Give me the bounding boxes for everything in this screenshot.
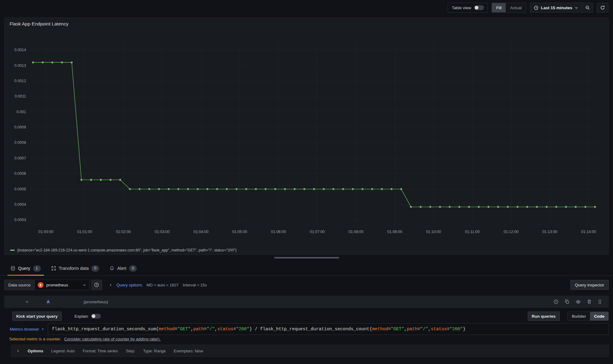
time-series-panel: Flask App Endpoint Latency 0.00140.00130… xyxy=(4,17,609,255)
prometheus-logo-icon xyxy=(38,282,44,288)
svg-text:01:04:00: 01:04:00 xyxy=(193,230,209,234)
bell-icon xyxy=(109,266,114,271)
table-view-toggle[interactable] xyxy=(474,5,484,10)
kick-start-query-button[interactable]: Kick start your query xyxy=(12,312,62,321)
options-label[interactable]: Options xyxy=(28,349,43,353)
tab-alert-count: 0 xyxy=(129,265,137,272)
query-toolbar: Kick start your query Explain Run querie… xyxy=(12,311,609,321)
toggle-knob xyxy=(475,6,478,10)
drag-handle-icon[interactable] xyxy=(598,299,602,304)
explain-control: Explain xyxy=(75,314,101,319)
actual-button[interactable]: Actual xyxy=(506,3,526,12)
chevron-right-icon[interactable] xyxy=(109,283,112,287)
svg-text:0.0009: 0.0009 xyxy=(14,125,26,129)
chart-svg: 0.00140.00130.00120.00110.0010.00090.000… xyxy=(7,30,607,245)
explain-toggle[interactable] xyxy=(91,314,101,319)
query-toolbar-right: Run queries Builder Code xyxy=(528,312,609,321)
zoom-out-icon xyxy=(585,5,590,10)
query-options-summary: Query options MD = auto = 1827 Interval … xyxy=(109,283,207,287)
svg-text:01:05:00: 01:05:00 xyxy=(232,230,247,234)
duplicate-query-icon[interactable] xyxy=(565,299,569,304)
metrics-browser-label: Metrics browser xyxy=(10,327,39,331)
refresh-icon xyxy=(600,5,605,10)
query-options-link[interactable]: Query options xyxy=(117,283,142,287)
svg-text:0.001: 0.001 xyxy=(17,110,26,114)
options-exemplars: Exemplars: false xyxy=(174,349,203,353)
builder-code-group: Builder Code xyxy=(568,312,609,321)
counter-warning: Selected metric is a counter. Consider c… xyxy=(9,337,609,341)
query-help-icon[interactable]: ? xyxy=(554,299,558,304)
collapse-chevron-icon[interactable] xyxy=(25,300,29,304)
interval-value: Interval = 15s xyxy=(183,283,207,287)
svg-text:0.0007: 0.0007 xyxy=(14,156,26,160)
zoom-out-button[interactable] xyxy=(582,3,593,12)
database-icon xyxy=(10,266,15,271)
chevron-right-icon xyxy=(41,328,44,331)
chevron-down-icon xyxy=(575,6,578,10)
fill-button[interactable]: Fill xyxy=(492,3,506,12)
promql-query-input[interactable]: flask_http_request_duration_seconds_sum{… xyxy=(48,323,609,335)
fill-actual-group: Fill Actual xyxy=(492,3,526,13)
svg-text:01:02:00: 01:02:00 xyxy=(116,230,131,234)
svg-text:01:10:00: 01:10:00 xyxy=(426,230,441,234)
builder-mode-button[interactable]: Builder xyxy=(568,312,590,320)
panel-title: Flask App Endpoint Latency xyxy=(5,18,608,27)
svg-text:01:07:00: 01:07:00 xyxy=(310,230,325,234)
time-range-label: Last 15 minutes xyxy=(541,6,572,10)
options-format: Format: Time series xyxy=(83,349,118,353)
query-options-bar: Options Legend: Auto Format: Time series… xyxy=(11,345,609,357)
add-rate-hint-link[interactable]: Consider calculating rate of counter by … xyxy=(64,337,160,341)
explain-label: Explain xyxy=(75,314,88,319)
options-chevron-right-icon[interactable] xyxy=(16,349,20,353)
time-range-picker[interactable]: Last 15 minutes xyxy=(530,3,582,12)
tab-transform-data[interactable]: Transform data 0 xyxy=(47,261,104,275)
svg-text:0.0012: 0.0012 xyxy=(14,79,26,83)
query-row-header: A (prometheus) ? xyxy=(4,296,609,308)
time-series-chart: 0.00140.00130.00120.00110.0010.00090.000… xyxy=(7,30,607,245)
options-legend: Legend: Auto xyxy=(51,349,75,353)
editor-tabs: Query 1 Transform data 0 Alert 0 xyxy=(0,261,613,276)
legend-series-marker xyxy=(10,250,15,251)
delete-query-trash-icon[interactable] xyxy=(587,299,592,304)
datasource-picker[interactable]: prometheus xyxy=(34,280,90,290)
tab-query-count: 1 xyxy=(33,265,41,272)
options-type: Type: Range xyxy=(143,349,166,353)
query-ref-id[interactable]: A xyxy=(47,299,50,304)
query-datasource-hint: (prometheus) xyxy=(83,300,108,304)
tab-query[interactable]: Query 1 xyxy=(6,261,45,275)
tab-alert[interactable]: Alert 0 xyxy=(105,261,141,275)
time-range-group: Last 15 minutes xyxy=(530,3,593,13)
datasource-label: Data source xyxy=(4,280,34,290)
svg-text:0.0013: 0.0013 xyxy=(14,63,26,68)
transform-icon xyxy=(51,266,56,271)
code-mode-button[interactable]: Code xyxy=(590,312,608,320)
chart-legend[interactable]: {instance="ec2-184-169-216-224.us-west-1… xyxy=(10,248,236,252)
query-editor-row: Metrics browser flask_http_request_durat… xyxy=(4,323,609,335)
legend-series-label: {instance="ec2-184-169-216-224.us-west-1… xyxy=(17,248,236,252)
svg-text:0.0005: 0.0005 xyxy=(14,187,26,191)
svg-text:01:09:00: 01:09:00 xyxy=(387,230,402,234)
svg-text:?: ? xyxy=(555,300,557,303)
svg-text:0.0014: 0.0014 xyxy=(14,48,26,52)
svg-text:01:01:00: 01:01:00 xyxy=(77,230,92,234)
active-tab-underline xyxy=(7,275,44,276)
tab-transform-label: Transform data xyxy=(59,266,89,271)
panel-resize-handle[interactable] xyxy=(274,257,339,259)
metrics-browser-toggle[interactable]: Metrics browser xyxy=(4,327,48,331)
svg-text:01:13:00: 01:13:00 xyxy=(542,230,557,234)
svg-text:0.0003: 0.0003 xyxy=(14,218,26,222)
svg-text:01:03:00: 01:03:00 xyxy=(155,230,170,234)
svg-text:0.0011: 0.0011 xyxy=(15,94,26,98)
query-inspector-button[interactable]: Query inspector xyxy=(570,280,609,290)
svg-text:0.0008: 0.0008 xyxy=(14,140,26,145)
refresh-button[interactable] xyxy=(597,3,608,13)
hide-query-eye-icon[interactable] xyxy=(576,299,581,305)
svg-text:?: ? xyxy=(96,283,98,286)
max-data-points-value: MD = auto = 1827 xyxy=(147,283,178,287)
datasource-row: Data source prometheus ? Query options M… xyxy=(4,279,609,291)
datasource-help-button[interactable]: ? xyxy=(91,280,102,290)
toggle-knob xyxy=(92,314,95,318)
tab-query-label: Query xyxy=(18,266,30,271)
run-queries-button[interactable]: Run queries xyxy=(528,312,560,321)
panel-edit-toolbar: Table view Fill Actual Last 15 minutes xyxy=(0,0,613,15)
